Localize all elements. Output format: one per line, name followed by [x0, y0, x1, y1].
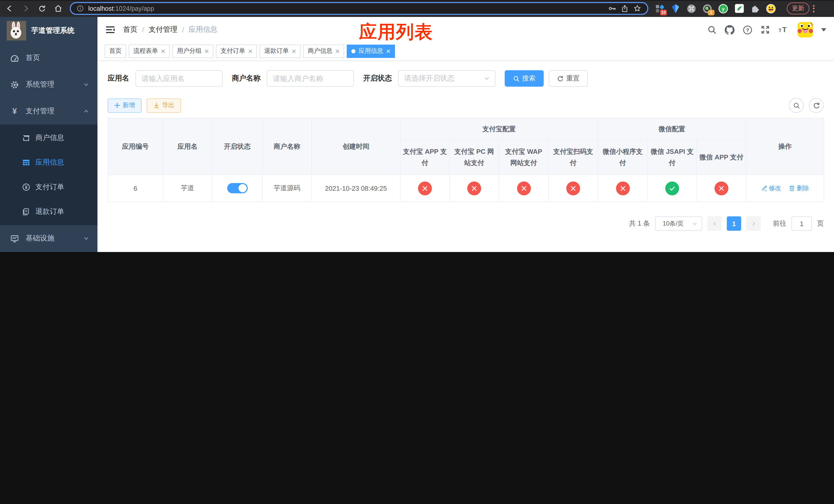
merchant-name-input[interactable] [267, 70, 354, 87]
reload-icon[interactable] [38, 4, 46, 13]
tab-merchant-info[interactable]: 商户信息 [303, 44, 344, 58]
gear-icon [10, 80, 19, 89]
help-icon[interactable]: ? [743, 25, 752, 35]
dashboard-icon [10, 53, 19, 62]
close-icon[interactable] [161, 49, 165, 53]
tab-label: 支付订单 [221, 47, 245, 55]
status-select[interactable]: 请选择开启状态 [398, 70, 496, 87]
tab-home[interactable]: 首页 [105, 44, 126, 58]
back-icon[interactable] [5, 4, 14, 13]
kite-extension-icon[interactable] [671, 3, 681, 14]
extensions-puzzle-icon[interactable] [750, 3, 760, 14]
breadcrumb-home[interactable]: 首页 [123, 25, 137, 35]
status-select-placeholder: 请选择开启状态 [404, 74, 455, 83]
docs-extension-icon[interactable] [734, 3, 744, 14]
tab-app-info[interactable]: 应用信息 [347, 44, 395, 58]
col-alipay-qr: 支付宝扫码支付 [549, 140, 598, 175]
search-icon[interactable] [707, 25, 717, 35]
sidebar-collapse-icon[interactable] [105, 25, 115, 35]
password-key-icon[interactable] [608, 4, 616, 13]
col-status: 开启状态 [212, 118, 262, 175]
bookmark-star-icon[interactable] [633, 4, 642, 13]
edit-link[interactable]: 修改 [761, 184, 781, 192]
search-button-label: 搜索 [522, 74, 535, 83]
forward-icon[interactable] [22, 4, 30, 13]
sidebar-item-dev-tools[interactable]: 研发工具 [0, 252, 97, 252]
close-icon[interactable] [386, 49, 390, 53]
fullscreen-icon[interactable] [761, 25, 770, 35]
profile-avatar-icon[interactable] [766, 3, 776, 14]
breadcrumb-separator: / [142, 26, 144, 34]
browser-menu-icon[interactable] [813, 5, 814, 12]
share-icon[interactable] [621, 4, 629, 13]
delete-link[interactable]: 删除 [789, 184, 809, 192]
yudao-extension-icon[interactable]: y [718, 3, 728, 14]
chevron-down-icon [83, 235, 89, 242]
reset-button[interactable]: 重置 [549, 70, 588, 87]
font-size-icon[interactable]: TT [778, 25, 789, 35]
github-icon[interactable] [725, 25, 734, 35]
table-row: 6 芋道 芋道源码 2021-10-23 08:49:25 修改 [108, 175, 824, 202]
col-wechat-app: 微信 APP 支付 [697, 140, 746, 175]
page-number-button[interactable]: 1 [727, 216, 741, 231]
sidebar-item-label: 支付管理 [26, 107, 54, 116]
page-size-select[interactable]: 10条/页 [655, 216, 702, 231]
sidebar-item-label: 首页 [26, 53, 40, 63]
caret-down-icon[interactable] [821, 28, 826, 31]
export-button[interactable]: 导出 [147, 98, 181, 113]
add-button[interactable]: 新增 [108, 98, 141, 113]
tiles-extension-icon[interactable]: 10 [655, 3, 665, 14]
channel-status-cell [499, 175, 549, 202]
edit-link-label: 修改 [769, 184, 781, 192]
sidebar-item-refund-order[interactable]: 退款订单 [0, 200, 97, 224]
tab-process-form[interactable]: 流程表单 [129, 44, 170, 58]
tab-refund-order[interactable]: 退款订单 [260, 44, 301, 58]
page-suffix: 页 [817, 219, 824, 228]
sidebar-item-app-info[interactable]: 应用信息 [0, 150, 97, 175]
breadcrumb-payment[interactable]: 支付管理 [149, 25, 177, 35]
sidebar: 芋道管理系统 首页 系统管理 ¥ 支付管理 商户信息 应用信息 [0, 17, 97, 252]
home-icon[interactable] [54, 4, 63, 13]
app-name-input[interactable] [135, 70, 223, 87]
close-icon[interactable] [248, 49, 253, 53]
channel-status-cell [598, 175, 648, 202]
user-avatar[interactable] [797, 22, 813, 38]
sidebar-item-merchant-info[interactable]: 商户信息 [0, 125, 97, 150]
search-button[interactable]: 搜索 [505, 70, 544, 87]
browser-update-button[interactable]: 更新 [787, 3, 809, 14]
sidebar-item-payment[interactable]: ¥ 支付管理 [0, 98, 97, 124]
sidebar-item-home[interactable]: 首页 [0, 45, 97, 71]
reset-button-label: 重置 [566, 74, 579, 83]
command-extension-icon[interactable] [686, 3, 697, 14]
refresh-button[interactable] [809, 98, 824, 113]
sidebar-item-label: 商户信息 [36, 133, 64, 142]
close-icon[interactable] [335, 49, 339, 53]
prev-page-button[interactable] [707, 216, 722, 231]
cell-app-id: 6 [108, 175, 163, 202]
delete-link-label: 删除 [797, 184, 809, 192]
goto-page-input[interactable] [791, 216, 812, 231]
tab-user-group[interactable]: 用户分组 [172, 44, 213, 58]
site-info-icon[interactable] [76, 5, 84, 12]
top-navbar: 首页 / 支付管理 / 应用信息 ? TT [97, 17, 834, 43]
tab-label: 应用信息 [358, 47, 383, 55]
show-search-button[interactable] [789, 98, 804, 113]
sidebar-item-infrastructure[interactable]: 基础设施 [0, 225, 97, 252]
close-icon[interactable] [205, 49, 209, 53]
next-page-button[interactable] [746, 216, 761, 231]
col-alipay-wap: 支付宝 WAP 网站支付 [499, 140, 549, 175]
sidebar-item-pay-order[interactable]: 支付订单 [0, 175, 97, 200]
sidebar-item-system[interactable]: 系统管理 [0, 71, 97, 98]
tab-pay-order[interactable]: 支付订单 [216, 44, 257, 58]
close-icon[interactable] [292, 49, 296, 53]
tab-label: 用户分组 [177, 47, 202, 55]
recorder-extension-icon[interactable]: 1 [702, 3, 712, 14]
url-bar[interactable]: localhost :1024/pay/app [70, 2, 648, 15]
yen-circle-icon [22, 183, 30, 191]
col-actions: 操作 [746, 118, 824, 175]
breadcrumb: 首页 / 支付管理 / 应用信息 [123, 25, 218, 35]
merchant-name-label: 商户名称 [232, 74, 261, 83]
yen-icon: ¥ [10, 107, 19, 115]
status-toggle[interactable] [227, 183, 247, 193]
col-merchant: 商户名称 [262, 118, 312, 175]
